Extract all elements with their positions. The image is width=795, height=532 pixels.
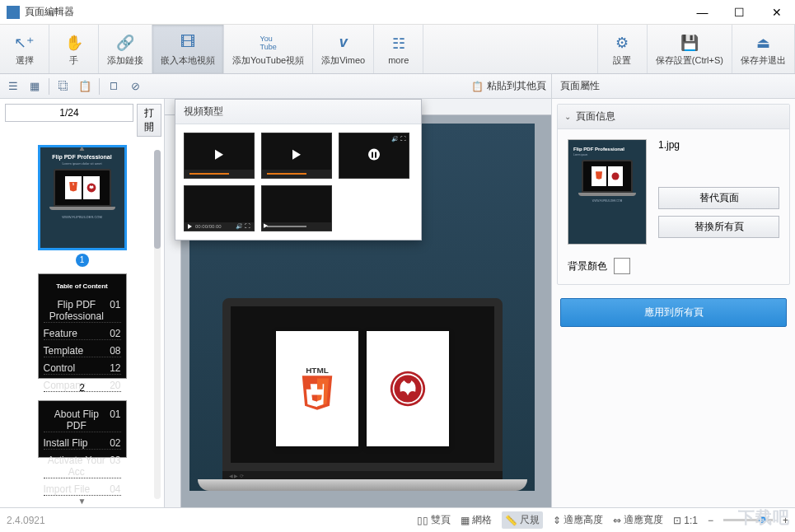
settings-tool[interactable]: ⚙設置 (598, 25, 648, 73)
youtube-icon: YouTube (260, 34, 277, 52)
ruler-toggle[interactable]: 📏尺規 (502, 511, 543, 529)
page-info-section-header[interactable]: ⌄頁面信息 (558, 105, 789, 129)
vimeo-icon: v (339, 34, 348, 52)
bg-color-swatch[interactable] (614, 258, 630, 274)
page-preview-thumb: Flip PDF Professional Lorem ipsum WWW.FL… (568, 139, 647, 245)
double-page-icon: ▯▯ (417, 515, 428, 526)
app-icon (7, 6, 20, 19)
apply-to-all-button[interactable]: 應用到所有頁 (560, 298, 787, 327)
fit-height-icon: ⇕ (553, 515, 561, 526)
properties-panel: ⌄頁面信息 Flip PDF Professional Lorem ipsum … (551, 99, 795, 507)
svg-text:HTML: HTML (306, 366, 329, 375)
replace-all-pages-button[interactable]: 替換所有頁 (658, 216, 779, 238)
save-settings-tool[interactable]: 💾保存設置(Ctrl+S) (648, 25, 732, 73)
laptop-graphic: HTML ◀ ▶ ⟳ (214, 298, 511, 491)
minimize-button[interactable]: — (684, 0, 721, 25)
ratio-icon: ⊡ (673, 515, 681, 526)
thumbnail-panel: 打開 ▲ Flip PDF Professional Lorem ipsum d… (0, 99, 165, 507)
delete-button[interactable]: 🗌 (104, 77, 124, 96)
video-type-popover: 視頻類型 🔊 ⛶ 00:00/00:00🔊 ⛶ ▶ (175, 99, 422, 240)
paste-icon: 📋 (471, 81, 484, 92)
svg-text:5: 5 (72, 183, 74, 186)
save-icon: 💾 (680, 34, 699, 52)
page-number-label: 2 (79, 382, 85, 394)
video-type-option-4[interactable]: 00:00/00:00🔊 ⛶ (184, 185, 255, 231)
zoom-out-button[interactable]: − (708, 515, 713, 526)
window-title: 頁面編輯器 (25, 5, 684, 19)
right-panel-header: 頁面屬性 (551, 74, 795, 98)
grid-icon: ▦ (461, 515, 470, 526)
svg-point-6 (612, 173, 620, 180)
zoom-in-button[interactable]: + (783, 515, 788, 526)
video-type-option-3[interactable]: 🔊 ⛶ (339, 133, 409, 179)
link-icon: 🔗 (116, 34, 134, 52)
secondary-bar: ☰ ▦ ⿻ 📋 🗌 ⊘ 📋粘貼到其他頁 頁面屬性 (0, 74, 795, 99)
film-icon: 🎞 (180, 34, 195, 52)
cursor-icon: ↖⁺ (14, 34, 35, 52)
zoom-slider[interactable] (723, 519, 773, 521)
fit-width-icon: ⇔ (613, 515, 621, 526)
bg-color-label: 背景顏色 (568, 259, 607, 273)
hand-icon: ✋ (65, 34, 83, 52)
titlebar: 頁面編輯器 — ☐ ✕ (0, 0, 795, 25)
thumbnail-scrollbar[interactable] (154, 150, 161, 499)
embed-local-video-tool[interactable]: 🎞嵌入本地視頻 (152, 25, 224, 73)
hand-tool[interactable]: ✋手 (49, 25, 99, 73)
paste-button[interactable]: 📋 (75, 77, 95, 96)
thumbnail-item-2[interactable]: Table of Content Flip PDF Professional01… (16, 273, 147, 394)
double-page-toggle[interactable]: ▯▯雙頁 (417, 513, 451, 527)
close-button[interactable]: ✕ (758, 0, 795, 25)
canvas-area[interactable]: nal BE VIDEOS HTML (165, 99, 551, 507)
thumbnail-item-3[interactable]: About Flip PDF01 Install Flip02 Activate… (16, 400, 147, 458)
video-type-option-2[interactable] (261, 133, 332, 179)
video-type-option-5[interactable]: ▶ (261, 185, 332, 231)
version-label: 2.4.0921 (7, 515, 417, 526)
scroll-up-icon[interactable]: ▲ (78, 143, 87, 152)
filename-label: 1.jpg (658, 139, 779, 151)
html5-icon: HTML (297, 365, 338, 413)
more-tool[interactable]: ☷more (374, 25, 423, 73)
list-view-button[interactable]: ☰ (3, 77, 23, 96)
ruler-icon: 📏 (505, 515, 517, 526)
clear-button[interactable]: ⊘ (125, 77, 145, 96)
replace-page-button[interactable]: 替代頁面 (658, 187, 779, 209)
popover-title: 視頻類型 (175, 100, 421, 124)
page-badge: 1 (76, 254, 89, 267)
scroll-down-icon[interactable]: ▼ (78, 497, 87, 506)
add-youtube-tool[interactable]: YouTube添加YouTube視頻 (224, 25, 313, 73)
more-icon: ☷ (392, 35, 405, 53)
copy-button[interactable]: ⿻ (54, 77, 73, 96)
exit-icon: ⏏ (756, 34, 770, 52)
select-tool[interactable]: ↖⁺選擇 (0, 25, 49, 73)
fit-height-button[interactable]: ⇕適應高度 (553, 513, 603, 527)
add-link-tool[interactable]: 🔗添加鏈接 (99, 25, 152, 73)
actual-size-button[interactable]: ⊡1:1 (673, 515, 698, 526)
thumbnail-item-1[interactable]: Flip PDF Professional Lorem ipsum dolor … (16, 145, 147, 267)
save-exit-tool[interactable]: ⏏保存并退出 (732, 25, 795, 73)
gear-icon: ⚙ (615, 34, 629, 52)
main-toolbar: ↖⁺選擇 ✋手 🔗添加鏈接 🎞嵌入本地視頻 YouTube添加YouTube視頻… (0, 25, 795, 74)
open-button[interactable]: 打開 (137, 104, 161, 137)
maximize-button[interactable]: ☐ (721, 0, 758, 25)
page-number-input[interactable] (5, 104, 133, 122)
flash-icon (389, 370, 427, 408)
fit-width-button[interactable]: ⇔適應寬度 (613, 513, 663, 527)
chevron-down-icon: ⌄ (564, 112, 571, 121)
video-type-option-1[interactable] (184, 133, 255, 179)
add-vimeo-tool[interactable]: v添加Vimeo (313, 25, 374, 73)
grid-toggle[interactable]: ▦網格 (461, 513, 492, 527)
statusbar: 2.4.0921 ▯▯雙頁 ▦網格 📏尺規 ⇕適應高度 ⇔適應寬度 ⊡1:1 −… (0, 507, 795, 532)
paste-to-other-button[interactable]: 📋粘貼到其他頁 (466, 74, 551, 98)
grid-view-button[interactable]: ▦ (25, 77, 44, 96)
